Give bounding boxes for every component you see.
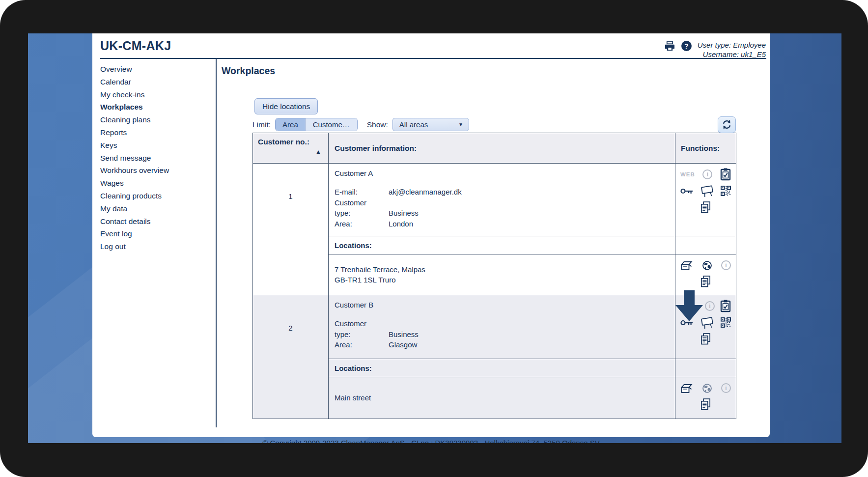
info-icon[interactable]: i (702, 169, 712, 179)
hide-locations-button[interactable]: Hide locations (254, 98, 318, 114)
device-frame: UK-CM-AKJ ? User type: Employee Username… (0, 0, 868, 477)
app-header: UK-CM-AKJ ? User type: Employee Username… (92, 33, 770, 55)
customer-no-cell: 2 (253, 295, 329, 419)
checklist-icon[interactable] (720, 168, 731, 181)
customer-row: 2 Customer B Customer type: Business (253, 295, 736, 359)
copy-icon[interactable] (700, 276, 711, 287)
locations-header-functions-cell (675, 236, 736, 254)
user-info: User type: Employee Username: uk1_E5 (698, 40, 766, 59)
sidebar-nav: Overview Calendar My check-ins Workplace… (92, 59, 216, 432)
location-address-cell: 7 Trenhaile Terrace, Malpas GB-TR1 1SL T… (329, 254, 675, 295)
location-address-cell: Main street (329, 377, 675, 419)
qr-code-icon[interactable] (721, 186, 731, 196)
username-label: Username: uk1_E5 (698, 50, 766, 59)
help-icon[interactable]: ? (681, 41, 692, 51)
field-value: London (389, 219, 670, 229)
column-header-customer-no[interactable]: Customer no.: ▲ (253, 133, 329, 164)
location-line-1: Main street (335, 393, 669, 403)
sidebar-item-cleaning-plans[interactable]: Cleaning plans (100, 113, 216, 126)
copyright-footer: © Copyright 2009-2023 CleanManager ApS -… (92, 439, 770, 443)
print-icon[interactable] (664, 41, 675, 52)
info-icon[interactable]: i (705, 301, 715, 311)
sidebar-item-log-out[interactable]: Log out (100, 240, 216, 253)
location-functions-cell: i (675, 254, 736, 295)
key-icon[interactable] (680, 188, 693, 195)
customer-name: Customer B (335, 301, 670, 309)
page-title: Workplaces (222, 65, 770, 77)
copy-icon[interactable] (700, 398, 711, 410)
limit-label: Limit: (252, 120, 271, 129)
field-label: Area: (335, 219, 384, 229)
app-window: UK-CM-AKJ ? User type: Employee Username… (92, 33, 770, 437)
globe-icon[interactable] (702, 383, 712, 393)
limit-customer-button[interactable]: Custome… (305, 118, 357, 131)
web-icon: WEB (680, 171, 695, 177)
sidebar-item-wages[interactable]: Wages (100, 177, 216, 190)
sidebar-item-workhours-overview[interactable]: Workhours overview (100, 164, 216, 177)
customer-functions-cell: i (675, 295, 736, 359)
location-line-2: GB-TR1 1SL Truro (335, 275, 669, 285)
column-header-functions: Functions: (675, 133, 736, 164)
caret-down-icon: ▼ (458, 122, 463, 127)
field-value: Glasgow (389, 339, 670, 350)
sidebar-item-event-log[interactable]: Event log (100, 227, 216, 240)
desktop-background: UK-CM-AKJ ? User type: Employee Username… (28, 33, 841, 443)
customer-functions-cell: WEB i (675, 164, 736, 236)
location-line-1: 7 Trenhaile Terrace, Malpas (335, 264, 669, 275)
sidebar-item-cleaning-products[interactable]: Cleaning products (100, 190, 216, 202)
info-icon[interactable]: i (721, 383, 731, 393)
sign-icon[interactable] (700, 316, 714, 329)
sidebar-item-my-data[interactable]: My data (100, 202, 216, 215)
refresh-icon (722, 119, 732, 130)
area-select-value: All areas (399, 120, 428, 129)
locations-header: Locations: (329, 359, 675, 377)
show-label: Show: (367, 120, 388, 129)
checklist-icon[interactable] (720, 300, 731, 312)
customer-no-cell: 1 (253, 164, 329, 295)
sidebar-item-reports[interactable]: Reports (100, 126, 216, 139)
box-icon[interactable] (680, 383, 693, 393)
field-label: E-mail: (335, 187, 384, 197)
refresh-button[interactable] (718, 116, 736, 133)
column-header-customer-info: Customer information: (329, 133, 675, 164)
locations-header: Locations: (329, 236, 675, 254)
user-type-label: User type: Employee (698, 40, 766, 50)
field-value: akj@cleanmanager.dk (389, 187, 670, 197)
sidebar-item-overview[interactable]: Overview (100, 63, 216, 76)
sidebar-item-contact-details[interactable]: Contact details (100, 215, 216, 228)
sidebar-item-calendar[interactable]: Calendar (100, 76, 216, 88)
globe-icon[interactable] (702, 260, 712, 271)
app-title: UK-CM-AKJ (100, 39, 171, 53)
locations-header-functions-cell (675, 359, 736, 377)
sort-asc-icon[interactable]: ▲ (258, 148, 324, 155)
customer-row: 1 Customer A E-mail: akj@cleanmanager.dk (253, 164, 736, 236)
field-label: Area: (335, 339, 384, 350)
copy-icon[interactable] (700, 201, 711, 213)
workplaces-table: Customer no.: ▲ Customer information: Fu… (252, 133, 736, 419)
info-icon[interactable]: i (721, 260, 731, 270)
sidebar-item-send-message[interactable]: Send message (100, 152, 216, 165)
box-icon[interactable] (680, 260, 693, 271)
sidebar-item-workplaces[interactable]: Workplaces (100, 101, 216, 113)
copy-icon[interactable] (700, 333, 711, 345)
customer-info-cell: Customer B Customer type: Business Area:… (329, 295, 675, 359)
limit-area-button[interactable]: Area (276, 118, 305, 131)
area-select-dropdown[interactable]: All areas ▼ (392, 118, 469, 131)
customer-name: Customer A (335, 169, 670, 177)
field-value: Business (389, 208, 670, 219)
qr-code-icon[interactable] (721, 317, 731, 328)
sidebar-item-my-check-ins[interactable]: My check-ins (100, 88, 216, 101)
field-label: Customer type: (335, 318, 384, 339)
field-label: Customer type: (335, 197, 384, 219)
sign-icon[interactable] (700, 184, 714, 197)
key-icon[interactable] (680, 319, 693, 326)
location-functions-cell: i (675, 377, 736, 419)
customer-info-cell: Customer A E-mail: akj@cleanmanager.dk C… (329, 164, 675, 236)
sidebar-item-keys[interactable]: Keys (100, 139, 216, 152)
field-value: Business (389, 329, 670, 340)
filter-toolbar: Limit: Area Custome… Show: All areas ▼ (252, 116, 736, 133)
limit-segmented-control: Area Custome… (275, 118, 358, 131)
